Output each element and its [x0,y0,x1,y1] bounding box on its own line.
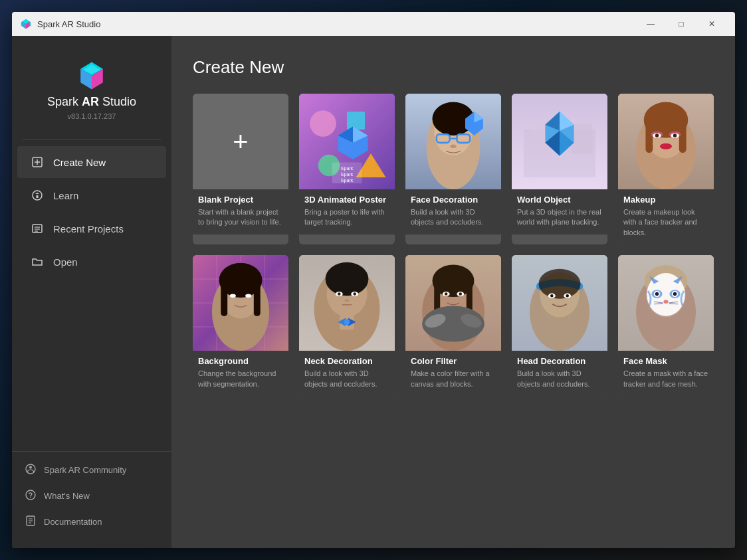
template-desc-blank: Start with a blank project to bring your… [198,207,283,228]
templates-grid: + Blank Project Start with a blank proje… [193,94,714,396]
template-name-head-deco: Head Decoration [517,356,602,366]
svg-text:Spark: Spark [341,171,354,177]
template-thumb-makeup [618,94,714,189]
template-info-poster: 3D Animated Poster Bring a poster to lif… [299,189,395,234]
color-filter-svg [405,255,501,351]
neck-svg [299,255,395,351]
template-thumb-world [512,94,607,189]
face-deco-svg [405,94,501,189]
svg-point-103 [445,292,448,296]
svg-rect-76 [254,280,261,316]
head-deco-svg [512,255,607,351]
poster-svg: Spark Spark Spark [299,94,395,189]
plus-icon: + [233,127,248,157]
nav-label-recent-projects: Recent Projects [53,223,124,234]
poster-content: Spark Spark Spark [299,94,395,189]
svg-point-62 [655,134,659,137]
nav-item-create-new[interactable]: Create New [17,146,166,178]
sidebar-bottom: Spark AR Community What's New [12,451,171,540]
svg-point-15 [26,490,35,500]
section-title: Create New [193,57,714,78]
learn-icon [31,189,44,202]
template-card-makeup[interactable]: Makeup Create a makeup look with a face … [618,94,714,244]
whats-new-label: What's New [44,491,90,501]
svg-point-22 [310,110,336,137]
maximize-button[interactable]: □ [666,12,696,36]
template-card-world[interactable]: World Object Put a 3D object in the real… [512,94,607,244]
nav-item-learn[interactable]: Learn [17,179,166,211]
template-desc-neck: Build a look with 3D objects and occlude… [304,369,389,389]
template-card-color-filter[interactable]: Color Filter Make a color filter with a … [405,255,501,396]
recent-projects-icon [31,222,44,235]
svg-point-122 [655,292,659,296]
template-desc-face-deco: Build a look with 3D objects and occlude… [411,207,496,228]
template-desc-world: Put a 3D object in the real world with p… [517,207,602,228]
open-icon [31,255,44,268]
main-content: Create New + Blank Project Start with a … [171,36,735,548]
bottom-item-whats-new[interactable]: What's New [12,483,171,509]
background-svg [193,255,288,351]
documentation-icon [25,515,36,528]
template-thumb-neck [299,255,395,351]
sidebar-nav: Create New Learn [12,145,171,446]
svg-point-83 [326,262,369,296]
bottom-item-community[interactable]: Spark AR Community [12,457,171,483]
template-thumb-background [193,255,288,351]
svg-point-85 [338,292,341,296]
svg-rect-45 [530,118,548,153]
close-button[interactable]: ✕ [696,12,727,36]
template-name-poster: 3D Animated Poster [304,195,389,205]
svg-point-14 [29,466,32,469]
template-info-world: World Object Put a 3D object in the real… [512,189,607,234]
version-text: v83.1.0.17.237 [68,112,116,120]
svg-point-124 [673,292,677,296]
template-card-neck[interactable]: Neck Decoration Build a look with 3D obj… [299,255,395,396]
svg-text:Spark: Spark [341,177,354,183]
app-name-text: Spark AR Studio [47,95,136,108]
nav-label-open: Open [53,256,78,268]
template-desc-head-deco: Build a look with 3D objects and occlude… [517,369,602,389]
app-body: Spark AR Studio v83.1.0.17.237 [12,36,735,548]
template-desc-makeup: Create a makeup look with a face tracker… [623,207,708,238]
nav-label-learn: Learn [53,190,78,201]
world-svg [512,94,607,189]
template-info-face-deco: Face Decoration Build a look with 3D obj… [405,189,501,234]
template-name-face-mask: Face Mask [623,356,708,366]
svg-point-111 [550,294,554,298]
svg-rect-8 [37,195,39,198]
template-info-face-mask: Face Mask Create a mask with a face trac… [618,351,714,396]
community-label: Spark AR Community [44,465,126,475]
template-thumb-face-deco [405,94,501,189]
svg-text:Spark: Spark [341,165,354,171]
template-card-head-deco[interactable]: Head Decoration Build a look with 3D obj… [512,255,607,396]
bottom-item-documentation[interactable]: Documentation [12,509,171,535]
template-desc-color-filter: Make a color filter with a canvas and bl… [411,369,496,389]
svg-point-109 [539,269,581,299]
svg-point-87 [353,292,356,296]
svg-point-125 [663,300,668,304]
nav-item-open[interactable]: Open [17,246,166,278]
template-desc-face-mask: Create a mask with a face tracker and fa… [623,369,708,389]
whats-new-icon [25,490,36,502]
template-thumb-color-filter [405,255,501,351]
template-card-blank[interactable]: + Blank Project Start with a blank proje… [193,94,288,244]
svg-rect-46 [572,124,593,153]
documentation-label: Documentation [44,517,102,527]
makeup-svg [618,94,714,189]
template-card-face-mask[interactable]: Face Mask Create a mask with a face trac… [618,255,714,396]
svg-point-105 [459,292,463,296]
minimize-button[interactable]: — [635,12,666,36]
community-icon [25,464,36,476]
template-card-background[interactable]: Background Change the background with se… [193,255,288,396]
template-info-neck: Neck Decoration Build a look with 3D obj… [299,351,395,396]
template-name-color-filter: Color Filter [411,356,496,366]
template-name-neck: Neck Decoration [304,356,389,366]
app-icon [20,18,32,30]
template-thumb-poster: Spark Spark Spark [299,94,395,189]
template-card-poster[interactable]: Spark Spark Spark 3D Animated Poster Bri… [299,94,395,244]
template-thumb-head-deco [512,255,607,351]
template-card-face-deco[interactable]: Face Decoration Build a look with 3D obj… [405,94,501,244]
nav-label-create-new: Create New [53,157,106,168]
template-name-world: World Object [517,195,602,205]
nav-item-recent-projects[interactable]: Recent Projects [17,213,166,244]
